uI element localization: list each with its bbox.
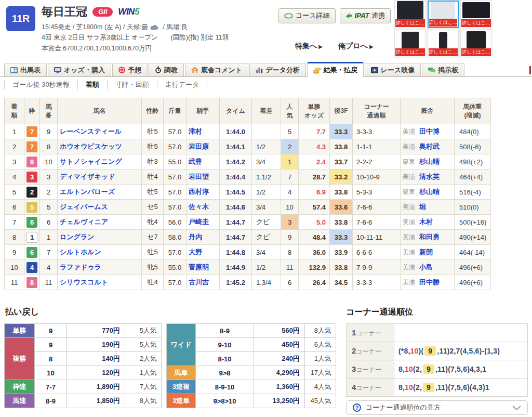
bracket-badge: 4 [26,262,37,273]
tab-bunseki[interactable]: データ分析 [249,63,306,76]
horse-name-cell: サトノシャイニング [58,154,142,170]
horse-name-link[interactable]: ホウオウビスケッツ [60,142,122,150]
stable-comment-icon [191,67,198,73]
horse-name-link[interactable]: ロングラン [60,233,95,241]
popularity: 9 [281,230,299,245]
tab-odds[interactable]: オッズ・購入 [48,63,111,76]
trainer-link[interactable]: 木村 [419,218,433,226]
margin: クビ [252,215,281,230]
trainer-link[interactable]: 堀 [419,203,426,211]
carried-weight: 57.0 [164,245,187,260]
subtab-着順[interactable]: 着順 [77,80,107,89]
stable-region: 美浦 [403,249,415,256]
payout-selection: 8 [35,352,67,366]
jockey-link[interactable]: 丹内 [189,233,202,241]
tab-chokyo[interactable]: 調教 [149,63,184,76]
payout-popularity: 4人気 [305,380,336,394]
payout-selection: 9-10 [196,338,254,352]
feature-link[interactable]: 特集へ▶ [295,42,323,51]
subtab-ゴール後 30秒速報[interactable]: ゴール後 30秒速報 [4,80,77,89]
payout-row: 枠連7-71,890円7人気 [5,380,162,394]
stable-cell: 美浦奥村武 [401,139,455,154]
jockey-link[interactable]: 大野 [189,248,202,256]
tab-eizo[interactable]: レース映像 [365,63,421,76]
orepro-link[interactable]: 俺プロへ▶ [338,42,374,51]
subtab-走行データ[interactable]: 走行データ [157,80,208,89]
jockey-link[interactable]: 菅原明 [189,263,209,271]
trainer-link[interactable]: 清水英 [419,173,440,180]
ad-banner[interactable]: 詳しくはこ… [428,30,459,57]
finish-position: 5 [5,185,24,200]
horse-name-link[interactable]: サトノシャイニング [60,158,122,165]
tab-label: 厩舎コメント [201,66,242,75]
ad-banner[interactable]: 詳しくはこ… [394,1,426,28]
jockey-link[interactable]: 武豊 [189,158,202,165]
horse-name-cell: チェルヴィニア [58,215,142,230]
product-image [467,31,486,48]
horse-name-link[interactable]: エルトンバローズ [60,188,115,196]
tab-comment[interactable]: 厩舎コメント [185,63,248,76]
horse-name-link[interactable]: ディマイザキッド [60,173,115,180]
race-info-line2: 4回 東京 2日目 サラ系3歳以上 オープン (国際)(指) 別定 11頭 [42,32,229,43]
horse-name-link[interactable]: ジェイパームス [60,203,108,211]
finish-position: 7 [5,215,24,230]
ad-banner[interactable]: 詳しくはこ… [460,30,492,57]
jockey-link[interactable]: 岩田康 [189,142,209,150]
trainer-link[interactable]: 田中博 [419,127,440,135]
trainer-link[interactable]: 杉山晴 [419,158,440,165]
jockey-cell: 岩田康 [187,139,220,154]
carried-weight: 57.0 [164,185,187,200]
payout-popularity: 5人気 [125,324,162,338]
ad-banner[interactable]: 詳しくはこ… [394,30,426,57]
payout-popularity: 6人気 [305,338,336,352]
jockey-link[interactable]: 津村 [189,127,202,135]
trainer-link[interactable]: 杉山晴 [419,188,440,196]
body-weight: 490(+14) [455,230,491,245]
horse-name-link[interactable]: レーベンスティール [60,127,122,135]
jockey-link[interactable]: 古川吉 [189,278,209,286]
tab-shutsuba[interactable]: 出馬表 [4,63,47,76]
trainer-link[interactable]: 和田勇 [419,233,440,241]
chevron-down-icon[interactable] [512,406,521,410]
race-info: 15:45発走 / 芝1800m (左 A) / 天候:曇 / 馬場:良 4回 … [42,22,229,54]
tab-yoso[interactable]: 予想 [112,63,148,76]
bet-type-label: 馬単 [167,366,196,380]
tab-label: 掲示板 [438,66,458,75]
ad-banner[interactable]: 詳しくはこ… [428,1,459,28]
data-analysis-icon [256,67,263,73]
trainer-link[interactable]: 奥村武 [419,142,440,150]
ipat-link-button[interactable]: IPAT 連携 [340,8,391,23]
margin: 1.3/4 [252,275,281,290]
tab-kekka[interactable]: 結果・払戻 [307,62,364,77]
sex-age: 牡4 [142,170,164,185]
horse-name-link[interactable]: ラファドゥラ [60,263,101,271]
corner-suffix: コーナー [356,330,381,337]
ad-label: 詳しくはこ… [395,48,425,56]
trainer-link[interactable]: 新開 [419,248,433,256]
jockey-link[interactable]: 岩田望 [189,173,209,180]
payout-amount: 13,250円 [254,394,305,408]
horse-name-link[interactable]: シリウスコルト [60,278,108,286]
corner-help-toggle[interactable]: ? コーナー通過順位の見方 [346,400,528,415]
horse-name-link[interactable]: シルトホルン [60,248,101,256]
stable-region: 美浦 [403,264,415,271]
trainer-link[interactable]: 小島 [419,263,433,271]
arrow-right-icon: ▶ [318,44,323,49]
subtab-寸評・回顧[interactable]: 寸評・回顧 [107,80,157,89]
race-info-line1: 15:45発走 / 芝1800m (左 A) / 天候:曇 / 馬場:良 [42,22,229,32]
popularity: 10 [281,200,299,215]
jockey-cell: 西村淳 [187,185,220,200]
bracket-cell: 3 [24,170,40,185]
course-detail-button[interactable]: コース詳細 [278,8,336,23]
last-3f: 33.9 [330,245,353,260]
win-odds: 57.4 [299,200,330,215]
table-row: 1044ラファドゥラ牝555.0菅原明1:44.91/211132.933.87… [5,260,491,275]
jockey-link[interactable]: 戸崎圭 [189,218,209,226]
tab-keijiban[interactable]: 掲示板 [422,63,464,76]
jockey-link[interactable]: 西村淳 [189,188,209,196]
ad-banner[interactable]: 詳しくはこ… [460,1,492,28]
trainer-link[interactable]: 田中勝 [419,278,440,286]
last-3f: 33.8 [330,185,353,200]
horse-name-link[interactable]: チェルヴィニア [60,218,108,226]
jockey-link[interactable]: 佐々木 [189,203,209,211]
